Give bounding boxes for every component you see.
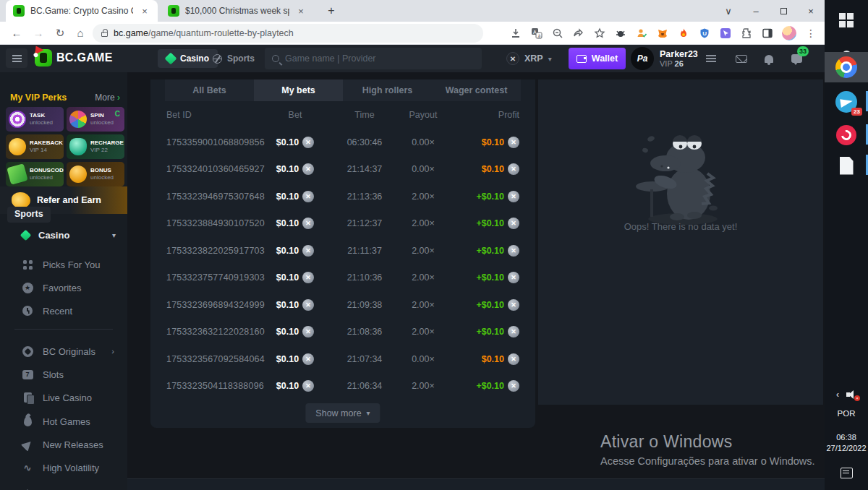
logo-text: BC.GAME xyxy=(56,51,113,64)
reload-button[interactable]: ↻ xyxy=(52,25,68,41)
currency-selector[interactable]: ✕ XRP ▾ xyxy=(506,48,552,69)
perk-bonus[interactable]: BONUSunlocked xyxy=(67,162,124,186)
sidebar-item-casino[interactable]: Casino ▾ xyxy=(0,224,127,246)
table-row[interactable]: 1753323504118388096 $0.10✕ 21:06:34 2.00… xyxy=(150,373,535,400)
clock-time: 06:38 xyxy=(836,432,856,443)
address-bar[interactable]: bc.game/game/quantum-roulette-by-playtec… xyxy=(93,24,483,43)
vip-level: 26 xyxy=(675,59,684,68)
zoom-out-icon[interactable] xyxy=(551,27,564,40)
side-panel-icon[interactable] xyxy=(761,27,774,40)
sidebar-item-recent[interactable]: Recent xyxy=(0,301,127,321)
vip-more-link[interactable]: More › xyxy=(95,93,120,103)
tab-my-bets[interactable]: My bets xyxy=(254,79,343,101)
taskbar-chrome-button[interactable] xyxy=(825,52,868,82)
sidebar-item-high-volatility[interactable]: ∿High Volatility xyxy=(0,457,127,478)
nav-sports-button[interactable]: Sports xyxy=(213,49,255,68)
extension-purple-arrow-icon[interactable] xyxy=(719,27,732,40)
translate-icon[interactable]: Aあ xyxy=(530,27,543,40)
download-icon[interactable] xyxy=(509,27,522,40)
extension-flame-icon[interactable] xyxy=(677,27,690,40)
nav-casino-button[interactable]: Casino xyxy=(158,49,218,68)
profile-avatar[interactable] xyxy=(782,26,796,40)
table-row[interactable]: 1753323757740919303 $0.10✕ 21:10:36 2.00… xyxy=(150,265,535,292)
tab-high-rollers[interactable]: High rollers xyxy=(343,79,432,101)
hamburger-menu-icon[interactable] xyxy=(6,48,27,68)
bet-profit: $0.10✕ xyxy=(448,353,519,365)
sidebar-item-picks-for-you[interactable]: Picks For You xyxy=(0,254,127,275)
extension-metamask-icon[interactable] xyxy=(656,27,669,40)
browser-tab-christmas[interactable]: $10,000 Christmas week special × xyxy=(161,0,314,22)
language-indicator[interactable]: POR xyxy=(825,406,868,421)
table-row[interactable]: 1753323632122028160 $0.10✕ 21:08:36 2.00… xyxy=(150,319,535,346)
maximize-button[interactable] xyxy=(770,6,797,17)
perk-task[interactable]: TASKunlocked xyxy=(6,107,64,132)
tab-close-icon[interactable]: × xyxy=(139,6,150,17)
user-profile[interactable]: Pa Parker23 VIP 26 xyxy=(631,47,698,70)
table-row[interactable]: 1753323822025917703 $0.10✕ 21:11:37 2.00… xyxy=(150,237,535,265)
vip-perks-grid: TASKunlocked SPINunlockedC RAKEBACKVIP 1… xyxy=(6,107,124,186)
start-button[interactable] xyxy=(825,4,868,36)
browser-menu-icon[interactable]: ⋮ xyxy=(804,27,817,40)
action-center-button[interactable] xyxy=(825,463,868,483)
home-button[interactable]: ⌂ xyxy=(72,25,88,41)
game-search[interactable] xyxy=(265,48,482,69)
tab-all-bets[interactable]: All Bets xyxy=(165,79,254,101)
betslip-icon[interactable] xyxy=(702,50,720,67)
perk-spin[interactable]: SPINunlockedC xyxy=(67,107,124,132)
xrp-coin-icon: ✕ xyxy=(508,137,519,148)
taskbar-telegram-button[interactable]: 23 xyxy=(825,87,868,117)
tab-search-chevron-icon[interactable]: ∨ xyxy=(715,6,742,17)
table-row[interactable]: 1753323696894324999 $0.10✕ 21:09:38 2.00… xyxy=(150,291,535,319)
extension-spider-icon[interactable] xyxy=(614,27,627,40)
sidebar-item-favorites[interactable]: ★Favorites xyxy=(0,278,127,298)
tab-close-icon[interactable]: × xyxy=(295,6,307,17)
minimize-button[interactable]: – xyxy=(742,6,770,17)
perk-bonuscode[interactable]: BONUSCODEunlocked xyxy=(6,162,64,186)
perk-recharge[interactable]: RECHARGEVIP 22 xyxy=(67,134,124,159)
speaker-muted-icon[interactable]: × xyxy=(846,390,856,399)
vip-perks-title: My VIP Perks xyxy=(10,93,67,103)
wallet-button[interactable]: Wallet xyxy=(569,48,626,69)
mail-icon[interactable] xyxy=(732,50,751,67)
screen: BC.Game: Crypto Casino Games × $10,000 C… xyxy=(0,0,868,490)
close-window-button[interactable]: × xyxy=(797,6,825,17)
sidebar-item-slots[interactable]: 7Slots xyxy=(0,364,127,384)
table-row[interactable]: 1753323884930107520 $0.10✕ 21:12:37 2.00… xyxy=(150,210,535,238)
bet-amount: $0.10✕ xyxy=(259,137,331,148)
table-row[interactable]: 1753323946975307648 $0.10✕ 21:13:36 2.00… xyxy=(150,183,535,210)
sidebar-sports-label[interactable]: Sports xyxy=(7,207,51,223)
extensions-puzzle-icon[interactable] xyxy=(740,27,753,40)
browser-tab-bcgame[interactable]: BC.Game: Crypto Casino Games × xyxy=(6,0,158,22)
forward-button[interactable]: → xyxy=(30,25,46,41)
sidebar-item-new-releases[interactable]: New Releases xyxy=(0,434,127,455)
bookmark-star-icon[interactable] xyxy=(593,27,606,40)
spin-timer-icon: C xyxy=(115,110,120,118)
new-tab-button[interactable]: + xyxy=(323,3,340,20)
bet-amount: $0.10✕ xyxy=(259,299,331,311)
taskbar-notepad-button[interactable] xyxy=(825,152,868,179)
table-row[interactable]: 1753324010360465927 $0.10✕ 21:14:37 0.00… xyxy=(150,156,535,184)
sidebar-item-live-casino[interactable]: Live Casino xyxy=(0,387,127,408)
windows-activation-watermark: Ativar o Windows Acesse Configurações pa… xyxy=(600,432,815,467)
show-more-button[interactable]: Show more ▾ xyxy=(305,403,380,423)
back-button[interactable]: ← xyxy=(9,25,25,41)
bcgame-logo[interactable]: BC.GAME xyxy=(35,49,113,66)
extension-person-icon[interactable] xyxy=(635,27,648,40)
table-row[interactable]: 1753323567092584064 $0.10✕ 21:07:34 0.00… xyxy=(150,345,535,373)
sidebar-item-feature-buyin[interactable]: Feature Buy-in xyxy=(0,483,127,490)
sidebar-item-bc-originals[interactable]: BC Originals› xyxy=(0,341,127,361)
extension-shield-icon[interactable]: U xyxy=(698,27,711,40)
share-icon[interactable] xyxy=(572,27,585,40)
rocket-icon xyxy=(20,437,34,451)
taskbar-clock[interactable]: 06:38 27/12/2022 xyxy=(825,431,868,455)
perk-rakeback[interactable]: RAKEBACKVIP 14 xyxy=(6,134,64,159)
taskbar-red-app-button[interactable] xyxy=(825,121,868,149)
sidebar-item-hot-games[interactable]: Hot Games xyxy=(0,411,127,431)
bet-profit: +$0.10✕ xyxy=(448,380,519,392)
notifications-bell-icon[interactable] xyxy=(760,50,778,67)
hidden-icons-chevron-icon[interactable]: ‹ xyxy=(836,390,839,400)
grid-icon xyxy=(23,260,33,270)
game-search-input[interactable] xyxy=(285,53,475,64)
table-row[interactable]: 1753359001068809856 $0.10✕ 06:30:46 0.00… xyxy=(150,129,535,156)
tab-wager-contest[interactable]: Wager contest xyxy=(432,79,521,101)
